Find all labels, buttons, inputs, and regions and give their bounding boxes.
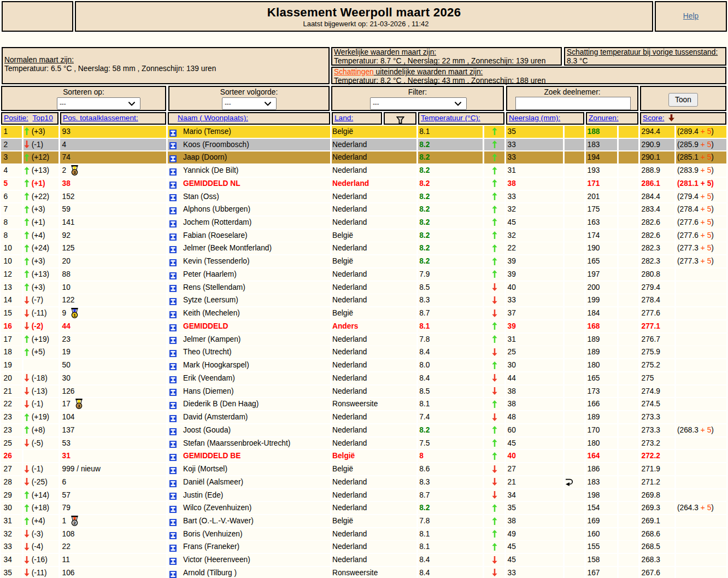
svg-text:3: 3: [78, 404, 80, 408]
svg-text:2: 2: [73, 521, 76, 526]
svg-text:3: 3: [73, 170, 76, 175]
svg-text:1: 1: [73, 313, 76, 318]
